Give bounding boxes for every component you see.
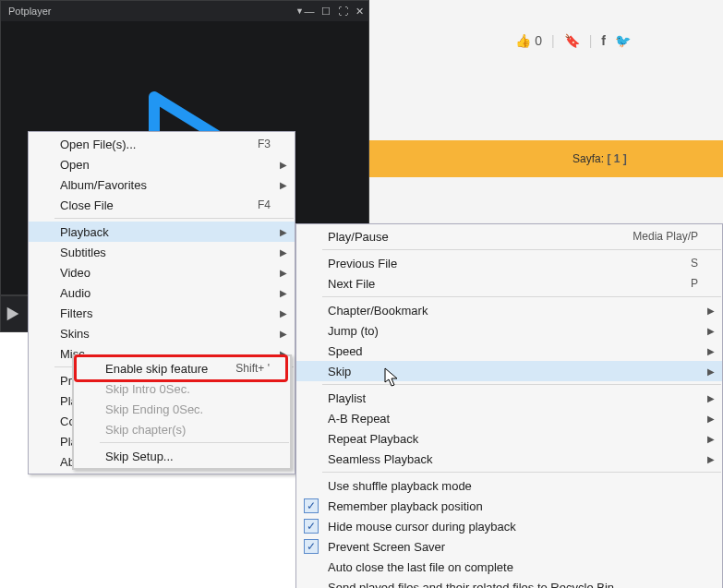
- thumbs-up-icon: 👍: [515, 33, 531, 48]
- minimize-icon[interactable]: —: [304, 6, 315, 17]
- fullscreen-icon[interactable]: ⛶: [337, 6, 348, 17]
- playback-menu-item[interactable]: Play/PauseMedia Play/P: [296, 226, 722, 246]
- skip-menu-separator: [100, 442, 289, 443]
- chevron-right-icon: ▶: [280, 268, 287, 278]
- menu-item-label: Hide mouse cursor during playback: [328, 520, 698, 534]
- main-menu-item[interactable]: Album/Favorites▶: [29, 174, 295, 195]
- submenu-playback[interactable]: Play/PauseMedia Play/PPrevious FileSNext…: [295, 223, 723, 588]
- twitter-icon[interactable]: 🐦: [615, 33, 631, 48]
- playback-menu-item[interactable]: Chapter/Bookmark▶: [296, 300, 722, 320]
- page-label: Sayfa:: [572, 152, 604, 165]
- menu-item-label: Open File(s)...: [60, 138, 230, 151]
- main-menu-item[interactable]: Close FileF4: [29, 195, 295, 215]
- playback-menu-separator: [322, 472, 721, 473]
- menu-item-shortcut: F3: [258, 138, 271, 150]
- playback-menu-separator: [322, 296, 721, 297]
- playback-menu-item[interactable]: Jump (to)▶: [296, 320, 722, 341]
- chevron-right-icon: ▶: [280, 160, 287, 170]
- submenu-skip[interactable]: Enable skip featureShift+ 'Skip Intro 0S…: [72, 354, 292, 470]
- playback-menu-item[interactable]: ✓Remember playback position: [296, 496, 722, 516]
- menu-item-label: Close File: [60, 198, 230, 212]
- playback-menu-item[interactable]: Repeat Playback▶: [296, 428, 722, 449]
- menu-item-label: Next File: [328, 277, 663, 291]
- playback-menu-item[interactable]: Skip▶: [296, 361, 722, 381]
- menu-item-label: Playlist: [328, 391, 698, 405]
- menu-item-label: Audio: [60, 286, 271, 300]
- main-menu-item[interactable]: Skins▶: [29, 323, 295, 343]
- menu-item-label: Skip: [328, 365, 698, 378]
- bookmark-icon[interactable]: 🔖: [564, 33, 580, 48]
- main-menu-item[interactable]: Subtitles▶: [29, 242, 295, 262]
- close-icon[interactable]: ✕: [354, 6, 365, 17]
- skip-menu-item: Skip chapter(s): [74, 419, 290, 439]
- chevron-right-icon: ▶: [707, 326, 715, 336]
- menu-item-label: Jump (to): [328, 324, 698, 338]
- playback-menu-item[interactable]: ✓Prevent Screen Saver: [296, 536, 722, 557]
- playback-menu-item[interactable]: Previous FileS: [296, 253, 722, 273]
- menu-item-label: Use shuffle playback mode: [328, 479, 698, 493]
- maximize-icon[interactable]: ☐: [320, 6, 331, 17]
- chevron-right-icon: ▶: [707, 393, 715, 403]
- check-icon: ✓: [304, 519, 319, 534]
- skip-menu-item[interactable]: Enable skip featureShift+ ': [74, 358, 290, 378]
- menu-item-label: Album/Favorites: [60, 178, 271, 192]
- playback-menu-item[interactable]: A-B Repeat▶: [296, 408, 722, 428]
- app-title: Potplayer: [5, 6, 294, 17]
- skip-menu-item: Skip Ending 0Sec.: [74, 399, 290, 419]
- menu-item-label: Video: [60, 266, 271, 280]
- main-menu-separator: [54, 218, 294, 219]
- title-dropdown-icon[interactable]: ▼: [295, 6, 304, 16]
- playback-menu-item[interactable]: Seamless Playback▶: [296, 449, 722, 469]
- svg-marker-1: [7, 307, 19, 320]
- page-number[interactable]: [ 1 ]: [607, 152, 626, 165]
- main-menu-item[interactable]: Audio▶: [29, 282, 295, 303]
- main-menu-item[interactable]: Open▶: [29, 154, 295, 174]
- playback-menu-item[interactable]: Auto close the last file on complete: [296, 557, 722, 577]
- facebook-icon[interactable]: f: [601, 33, 606, 48]
- menu-item-label: Filters: [60, 306, 271, 320]
- menu-item-label: Send played files and their related file…: [328, 581, 698, 589]
- menu-item-label: Skip chapter(s): [105, 423, 266, 437]
- chevron-right-icon: ▶: [707, 434, 715, 444]
- playback-menu-item[interactable]: Next FileP: [296, 273, 722, 294]
- menu-item-label: Previous File: [328, 257, 663, 270]
- chevron-right-icon: ▶: [280, 180, 287, 190]
- menu-item-label: Skip Intro 0Sec.: [105, 382, 266, 396]
- menu-item-shortcut: Media Play/P: [633, 230, 698, 243]
- menu-item-shortcut: P: [691, 277, 698, 290]
- menu-item-label: A-B Repeat: [328, 412, 698, 426]
- skip-menu-item[interactable]: Skip Setup...: [74, 446, 290, 466]
- skip-menu-item: Skip Intro 0Sec.: [74, 378, 290, 399]
- main-menu-item[interactable]: Playback▶: [29, 222, 295, 242]
- menu-item-label: Play/Pause: [328, 230, 605, 244]
- menu-item-label: Skins: [60, 327, 271, 341]
- playback-menu-item[interactable]: Send played files and their related file…: [296, 577, 722, 588]
- playback-menu-item[interactable]: Speed▶: [296, 341, 722, 361]
- menu-item-shortcut: S: [691, 257, 698, 270]
- playback-menu-separator: [322, 249, 721, 250]
- chevron-right-icon: ▶: [280, 247, 287, 258]
- menu-item-label: Seamless Playback: [328, 452, 698, 466]
- menu-item-label: Playback: [60, 225, 271, 239]
- menu-item-label: Prevent Screen Saver: [328, 540, 698, 554]
- check-icon: ✓: [304, 539, 319, 554]
- play-button-icon[interactable]: [5, 306, 21, 322]
- menu-item-label: Speed: [328, 344, 698, 358]
- titlebar: Potplayer ▼ — ☐ ⛶ ✕: [1, 1, 368, 21]
- main-menu-item[interactable]: Filters▶: [29, 303, 295, 323]
- menu-item-label: Subtitles: [60, 246, 271, 259]
- menu-item-label: Skip Ending 0Sec.: [105, 402, 266, 416]
- main-menu-item[interactable]: Open File(s)...F3: [29, 134, 295, 154]
- like-button[interactable]: 👍 0: [515, 33, 542, 48]
- menu-item-label: Skip Setup...: [105, 450, 266, 463]
- menu-item-label: Remember playback position: [328, 499, 698, 513]
- playback-menu-item[interactable]: Playlist▶: [296, 388, 722, 408]
- social-bar: 👍 0 | 🔖 | f 🐦: [515, 33, 631, 48]
- playback-menu-item[interactable]: Use shuffle playback mode: [296, 475, 722, 496]
- menu-item-shortcut: F4: [258, 198, 271, 211]
- like-count: 0: [535, 33, 542, 48]
- chevron-right-icon: ▶: [707, 366, 715, 377]
- playback-menu-item[interactable]: ✓Hide mouse cursor during playback: [296, 516, 722, 536]
- chevron-right-icon: ▶: [707, 414, 715, 424]
- main-menu-item[interactable]: Video▶: [29, 262, 295, 282]
